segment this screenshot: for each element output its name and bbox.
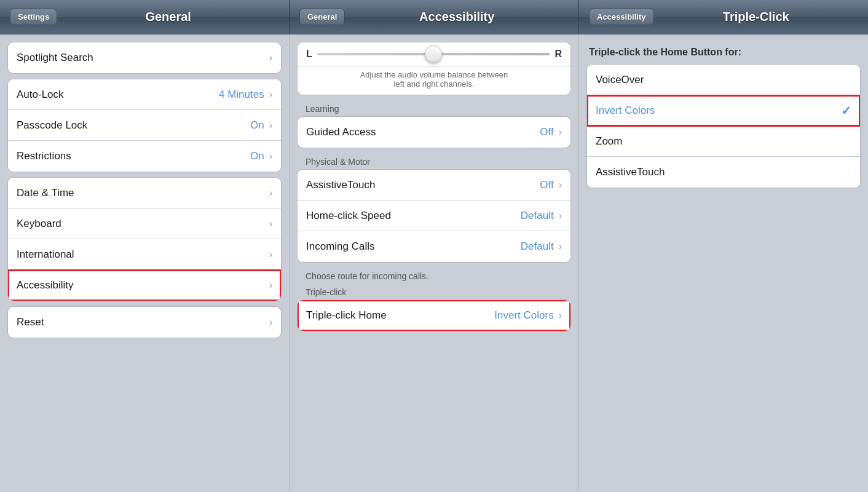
general-back-button[interactable]: General — [299, 9, 345, 25]
auto-lock-value: 4 Minutes — [219, 89, 264, 101]
keyboard-label: Keyboard — [17, 218, 268, 230]
physical-motor-group: AssistiveTouch Off › Home-click Speed De… — [297, 169, 571, 263]
date-time-label: Date & Time — [17, 187, 268, 199]
slider-right-label: R — [554, 49, 562, 60]
auto-lock-label: Auto-Lock — [17, 89, 219, 101]
chevron-icon: › — [559, 210, 562, 221]
passcode-lock-value: On — [250, 119, 264, 132]
restrictions-row[interactable]: Restrictions On › — [8, 141, 281, 172]
chevron-icon: › — [269, 280, 272, 291]
chevron-icon: › — [269, 218, 272, 229]
international-label: International — [17, 248, 268, 261]
spotlight-search-group: Spotlight Search › — [7, 42, 282, 74]
invert-colors-option-label: Invert Colors — [596, 105, 841, 117]
accessibility-back-button[interactable]: Accessibility — [589, 9, 654, 25]
assistive-touch-row[interactable]: AssistiveTouch Off › — [298, 170, 570, 200]
voiceover-option-label: VoiceOver — [596, 74, 851, 86]
passcode-lock-label: Passcode Lock — [17, 119, 250, 132]
triple-click-home-group: Triple-click Home Invert Colors › — [297, 300, 571, 331]
reset-label: Reset — [17, 316, 268, 328]
chevron-icon: › — [559, 241, 562, 252]
slider-description: Adjust the audio volume balance betweenl… — [298, 66, 570, 95]
accessibility-settings-panel: L R Adjust the audio volume balance betw… — [290, 34, 579, 492]
general-settings-panel: Spotlight Search › Auto-Lock 4 Minutes ›… — [0, 34, 290, 492]
reset-group: Reset › — [7, 306, 282, 338]
slider-thumb[interactable] — [425, 46, 442, 63]
checkmark-icon: ✓ — [841, 103, 851, 118]
triple-click-nav-title: Triple-Click — [654, 10, 859, 24]
middle-nav-section: General Accessibility — [290, 0, 579, 34]
triple-click-home-value: Invert Colors — [494, 309, 553, 322]
guided-access-label: Guided Access — [306, 126, 540, 138]
audio-slider-track[interactable] — [317, 53, 550, 55]
accessibility-label: Accessibility — [17, 279, 268, 292]
chevron-icon: › — [269, 120, 272, 131]
chevron-icon: › — [559, 180, 562, 191]
chevron-icon: › — [269, 151, 272, 162]
invert-colors-option-row[interactable]: Invert Colors ✓ — [587, 95, 860, 126]
navigation-bar: Settings General General Accessibility A… — [0, 0, 868, 34]
audio-slider-row[interactable]: L R — [298, 42, 570, 66]
right-nav-section: Accessibility Triple-Click — [579, 0, 868, 34]
guided-access-row[interactable]: Guided Access Off › — [298, 117, 570, 148]
guided-access-value: Off — [540, 126, 553, 138]
triple-click-section-label: Triple-click — [297, 284, 571, 300]
chevron-icon: › — [559, 310, 562, 321]
main-content: Spotlight Search › Auto-Lock 4 Minutes ›… — [0, 34, 868, 492]
audio-balance-group: L R Adjust the audio volume balance betw… — [297, 42, 571, 95]
keyboard-row[interactable]: Keyboard › — [8, 208, 281, 239]
triple-click-options-panel: Triple-click the Home Button for: VoiceO… — [579, 34, 868, 492]
incoming-calls-description: Choose route for incoming calls. — [297, 268, 571, 284]
learning-group: Guided Access Off › — [297, 116, 571, 148]
assistive-touch-label: AssistiveTouch — [306, 179, 540, 191]
settings-back-button[interactable]: Settings — [10, 9, 57, 25]
physical-motor-section-label: Physical & Motor — [297, 153, 571, 169]
home-click-speed-value: Default — [521, 210, 554, 222]
chevron-icon: › — [559, 127, 562, 138]
spotlight-search-label: Spotlight Search — [17, 52, 268, 64]
slider-left-label: L — [306, 49, 312, 60]
chevron-icon: › — [269, 249, 272, 260]
region-group: Date & Time › Keyboard › International ›… — [7, 177, 282, 301]
assistive-touch-option-row[interactable]: AssistiveTouch — [587, 157, 860, 188]
left-nav-section: Settings General — [0, 0, 290, 34]
home-click-speed-row[interactable]: Home-click Speed Default › — [298, 200, 570, 231]
chevron-icon: › — [269, 317, 272, 328]
triple-click-header: Triple-click the Home Button for: — [586, 42, 861, 64]
accessibility-nav-title: Accessibility — [345, 10, 569, 24]
general-nav-title: General — [57, 10, 279, 24]
zoom-option-row[interactable]: Zoom — [587, 126, 860, 157]
triple-click-options-group: VoiceOver Invert Colors ✓ Zoom Assistive… — [586, 64, 861, 188]
date-time-row[interactable]: Date & Time › — [8, 178, 281, 208]
spotlight-search-row[interactable]: Spotlight Search › — [8, 42, 281, 73]
incoming-calls-row[interactable]: Incoming Calls Default › — [298, 231, 570, 262]
chevron-icon: › — [269, 89, 272, 100]
international-row[interactable]: International › — [8, 239, 281, 270]
chevron-icon: › — [269, 188, 272, 199]
assistive-touch-option-label: AssistiveTouch — [596, 166, 851, 178]
triple-click-home-row[interactable]: Triple-click Home Invert Colors › — [298, 300, 570, 331]
incoming-calls-label: Incoming Calls — [306, 240, 521, 253]
learning-section-label: Learning — [297, 100, 571, 116]
home-click-speed-label: Home-click Speed — [306, 210, 521, 222]
voiceover-option-row[interactable]: VoiceOver — [587, 65, 860, 95]
restrictions-label: Restrictions — [17, 150, 250, 162]
assistive-touch-value: Off — [540, 179, 553, 191]
lock-group: Auto-Lock 4 Minutes › Passcode Lock On ›… — [7, 79, 282, 172]
accessibility-row[interactable]: Accessibility › — [8, 270, 281, 301]
restrictions-value: On — [250, 150, 264, 162]
passcode-lock-row[interactable]: Passcode Lock On › — [8, 110, 281, 141]
zoom-option-label: Zoom — [596, 135, 851, 148]
auto-lock-row[interactable]: Auto-Lock 4 Minutes › — [8, 79, 281, 110]
incoming-calls-value: Default — [521, 240, 554, 253]
reset-row[interactable]: Reset › — [8, 307, 281, 338]
triple-click-home-label: Triple-click Home — [306, 309, 494, 322]
chevron-icon: › — [269, 52, 272, 63]
